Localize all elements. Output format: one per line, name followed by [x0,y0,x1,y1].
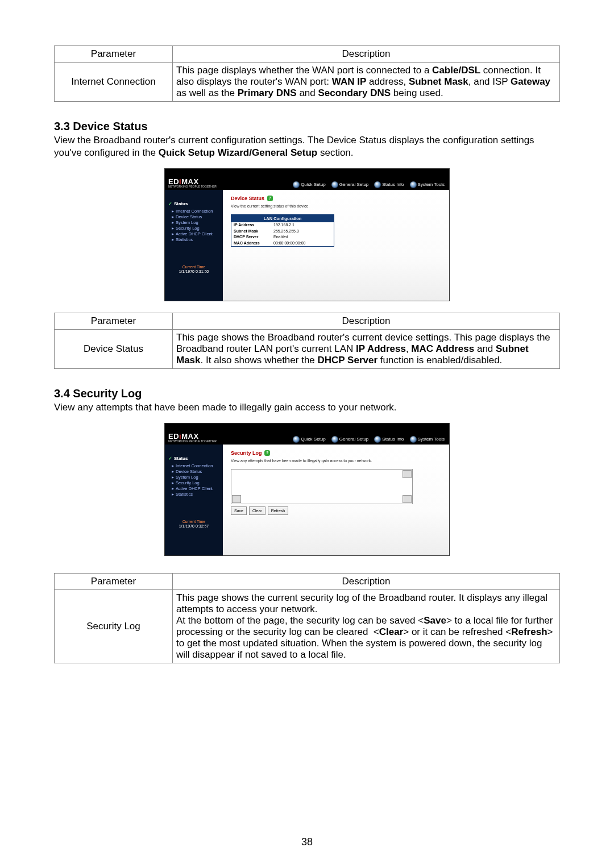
device-status-table: Parameter Description Device Status This… [54,313,560,369]
lan-config-box: LAN Configuration IP Address192.168.2.1 … [231,214,334,247]
desc-cell: This page displays whether the WAN port … [173,63,560,102]
current-time: Current Time 1/1/1970 0:31:50 [168,265,219,275]
refresh-button[interactable]: Refresh [268,506,289,515]
heading-device-status: 3.3 Device Status [54,120,560,133]
sidebar-item[interactable]: Statistics [168,492,219,497]
security-log-table: Parameter Description Security Log This … [54,573,560,663]
panel-title: Security Log ? [231,450,441,456]
intro-device-status: View the Broadband router's current conf… [54,134,560,159]
sidebar-item[interactable]: Device Status [168,214,219,219]
desc-cell: This page shows the current security log… [173,590,560,663]
clear-button[interactable]: Clear [249,506,265,515]
sidebar: Status Internet Connection Device Status… [165,190,223,301]
sidebar-item[interactable]: System Log [168,220,219,225]
help-icon[interactable]: ? [267,196,273,201]
box-header: LAN Configuration [231,215,334,222]
cfg-row: Subnet Mask255.255.255.0 [231,229,334,234]
nav-status-info[interactable]: Status Info [374,436,404,443]
page-number: 38 [0,836,614,848]
topbar: EDiMAX NETWORKING PEOPLE TOGETHER Quick … [165,423,449,445]
param-cell: Security Log [55,590,173,663]
cfg-row: IP Address192.168.2.1 [231,222,334,228]
brand-tag: NETWORKING PEOPLE TOGETHER [168,185,217,188]
intro-security-log: View any attempts that have been made to… [54,401,560,414]
param-cell: Device Status [55,330,173,369]
sidebar-item[interactable]: Active DHCP Client [168,231,219,236]
internet-connection-table: Parameter Description Internet Connectio… [54,45,560,102]
nav-system-tools[interactable]: System Tools [410,436,445,443]
nav-quick-setup[interactable]: Quick Setup [293,436,326,443]
th-description: Description [173,46,560,63]
current-time: Current Time 1/1/1970 0:32:57 [168,520,219,529]
sidebar-item[interactable]: Internet Connection [168,209,219,214]
panel-title: Device Status ? [231,196,441,202]
sidebar-item[interactable]: Statistics [168,237,219,242]
log-textarea[interactable] [231,469,413,504]
th-parameter: Parameter [55,46,173,63]
th-description: Description [173,574,560,590]
sidebar-header: Status [168,456,219,462]
sidebar-item[interactable]: Security Log [168,226,219,231]
main-panel: Device Status ? View the current setting… [223,190,449,301]
heading-security-log: 3.4 Security Log [54,387,560,400]
th-parameter: Parameter [55,313,173,330]
nav-quick-setup[interactable]: Quick Setup [293,181,326,188]
router-ui-security-log: EDiMAX NETWORKING PEOPLE TOGETHER Quick … [164,423,450,556]
sidebar-item[interactable]: Internet Connection [168,463,219,468]
nav-status-info[interactable]: Status Info [374,181,404,188]
nav-general-setup[interactable]: General Setup [331,181,369,188]
panel-desc: View the current setting status of this … [231,204,441,209]
log-buttons: Save Clear Refresh [231,506,441,515]
sidebar-item[interactable]: System Log [168,475,219,480]
th-description: Description [173,313,560,330]
th-parameter: Parameter [55,574,173,590]
save-button[interactable]: Save [231,506,247,515]
sidebar: Status Internet Connection Device Status… [165,445,223,555]
main-panel: Security Log ? View any attempts that ha… [223,445,449,555]
brand-tag: NETWORKING PEOPLE TOGETHER [168,439,217,443]
help-icon[interactable]: ? [264,450,270,456]
sidebar-item[interactable]: Active DHCP Client [168,486,219,491]
topbar: EDiMAX NETWORKING PEOPLE TOGETHER Quick … [165,169,449,190]
sidebar-item[interactable]: Security Log [168,480,219,485]
sidebar-header: Status [168,201,219,207]
nav-general-setup[interactable]: General Setup [331,436,369,443]
panel-desc: View any attempts that have been made to… [231,459,441,463]
cfg-row: MAC Address00:00:00:00:00:00 [231,240,334,246]
nav-system-tools[interactable]: System Tools [410,181,445,188]
router-ui-device-status: EDiMAX NETWORKING PEOPLE TOGETHER Quick … [164,168,450,301]
sidebar-item[interactable]: Device Status [168,469,219,474]
cfg-row: DHCP ServerEnabled [231,234,334,240]
desc-cell: This page shows the Broadband router's c… [173,330,560,369]
param-cell: Internet Connection [55,63,173,102]
